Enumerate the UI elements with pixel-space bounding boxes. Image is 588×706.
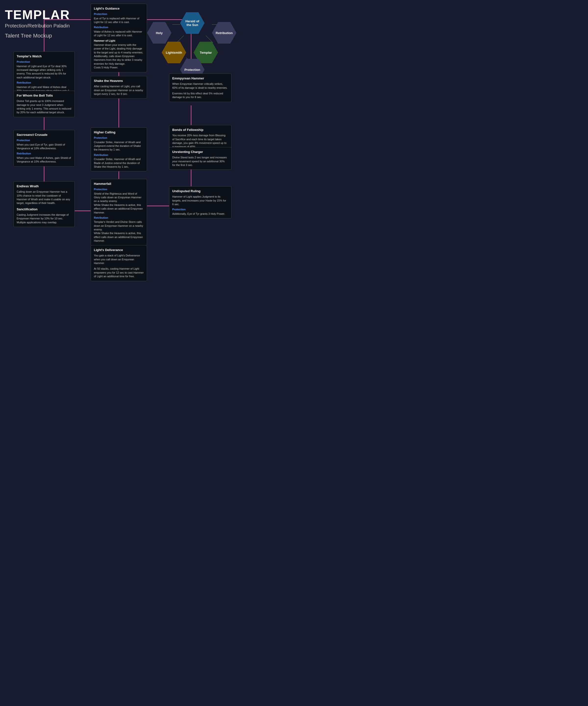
card-title-fw: For Whom the Bell Tolls	[17, 93, 72, 98]
card-text1-ur: Hammer of Light applies Judgment to its …	[172, 195, 228, 206]
ret-label-hf: Retribution	[94, 216, 144, 220]
card-undisputed: Undisputed Ruling Hammer of Light applie…	[169, 186, 232, 219]
title-sub: Protection/Retribution Paladin	[5, 23, 70, 29]
prot-label-ur: Protection	[172, 208, 228, 211]
card-title-bonds: Bonds of Fellowship	[172, 128, 228, 132]
hex-retribution-top[interactable]: Retribution	[212, 22, 237, 44]
card-title-higher: Higher Calling	[94, 130, 144, 134]
card-text-bonds: You receive 20% less damage from Blessin…	[172, 133, 228, 149]
title-mockup: Talent Tree Mockup	[5, 33, 70, 39]
ret-label-hc: Retribution	[94, 153, 144, 157]
hex-lightsmith[interactable]: Lightsmith	[162, 42, 186, 63]
ret-label-lg: Retribution	[94, 26, 144, 29]
ret-text-hc: Crusader Strike, Hammer of Wrath and Bla…	[94, 157, 144, 169]
ret-text-sc: When you cast Wake of Ashes, gain Shield…	[17, 156, 72, 164]
card-text-fw: Divine Toll grants up to 100% increased …	[17, 99, 72, 115]
card-empyrean-hammer: Emmpyrean Hammer When Empyrean Hammer cr…	[169, 74, 232, 102]
hex-holy[interactable]: Holy	[147, 22, 171, 44]
prot-label-sc: Protection	[17, 139, 72, 142]
card-text-shake: After casting Hammer of Light, you call …	[94, 85, 144, 96]
card-title-shake: Shake the Heavens	[94, 79, 144, 83]
prot-text-lg: Eye of Tyr is replaced with Hammer of Li…	[94, 17, 144, 24]
ret-text-hf: Templar's Verdict and Divine Storm calls…	[94, 220, 144, 243]
card-text-uc: Divine Steed lasts 2 sec longer and incr…	[172, 156, 228, 167]
ret-text-lg: Wake of Ashes is replaced with Hammer of…	[94, 30, 144, 38]
card-title-hammerfall: Hammerfall	[94, 182, 144, 186]
card-sacrosanct: Sacrosanct Crusade Protection When you c…	[13, 130, 75, 166]
card-hammerfall: Hammerfall Protection Shield of the Righ…	[91, 179, 147, 246]
prot-label-lg: Protection	[94, 12, 144, 16]
card-lights-guidance: Light's Guidance Protection Eye of Tyr i…	[91, 4, 147, 72]
prot-label-hc: Protection	[94, 136, 144, 140]
card-title-uc: Unrelenting Charger	[172, 150, 228, 154]
card-text2-ew: Casting Judgment increases the damage of…	[17, 213, 72, 224]
title-area: TEMPLAR Protection/Retribution Paladin T…	[5, 7, 70, 39]
card-endless-wrath: Endless Wrath Calling down an Empyrean H…	[13, 182, 75, 227]
ret-label-tw: Retribution	[17, 81, 72, 85]
hex-herald[interactable]: Herald of the Sun	[180, 12, 205, 34]
card-text2-ld: At 50 stacks, casting Hammer of Light em…	[94, 267, 144, 278]
card-text1-ld: You gain a stack of Light's Deliverance …	[94, 254, 144, 265]
card-title-lights-guidance: Light's Guidance	[94, 6, 144, 11]
prot-label-hf: Protection	[94, 188, 144, 191]
prot-text-hf: Shield of the Righteous and Word of Glor…	[94, 192, 144, 214]
prot-label-tw: Protection	[17, 60, 72, 64]
prot-text-hc: Crusader Strike, Hammer of Wrath and Jud…	[94, 141, 144, 152]
prot-text-ur: Additionally, Eye of Tyr grants 3 Holy P…	[172, 212, 228, 216]
card-unrelenting: Unrelenting Charger Divine Steed lasts 2…	[169, 147, 232, 170]
card-title-ld: Light's Deliverance	[94, 248, 144, 252]
section-text-lg: Hammer down your enemy with the power of…	[94, 43, 144, 70]
card-title-eh: Emmpyrean Hammer	[172, 76, 228, 81]
card-text1-ew: Calling down an Empyrean Hammer has a 10…	[17, 190, 72, 205]
card-text2-eh: Enemies hit by this effect deal 5% reduc…	[172, 92, 228, 99]
prot-text-sc: When you cast Eye of Tyr, gain Shield of…	[17, 143, 72, 151]
spec-area: Holy Herald of the Sun Retribution Light…	[144, 5, 243, 69]
card-higher-calling: Higher Calling Protection Crusader Strik…	[91, 127, 147, 171]
prot-text-tw: Hammer of Light and Eye of Tyr deal 30% …	[17, 65, 72, 80]
section-title-lg: Hammer of Light	[94, 39, 144, 43]
card-text1-eh: When Empyrean Hammer critically strikes,…	[172, 82, 228, 90]
title-main: TEMPLAR	[5, 7, 70, 22]
card-title-tw: Templar's Watch	[17, 54, 72, 58]
card-title-ur: Undisputed Ruling	[172, 189, 228, 193]
card-title-sc: Sacrosanct Crusade	[17, 132, 72, 137]
card-shake-heavens: Shake the Heavens After casting Hammer o…	[91, 76, 147, 99]
card-title-ew: Endless Wrath	[17, 184, 72, 189]
card-title-sanct: Sanctification	[17, 207, 72, 211]
card-lights-deliverance: Light's Deliverance You gain a stack of …	[91, 245, 147, 281]
card-for-whom: For Whom the Bell Tolls Divine Toll gran…	[13, 91, 75, 117]
ret-label-sc: Retribution	[17, 152, 72, 155]
